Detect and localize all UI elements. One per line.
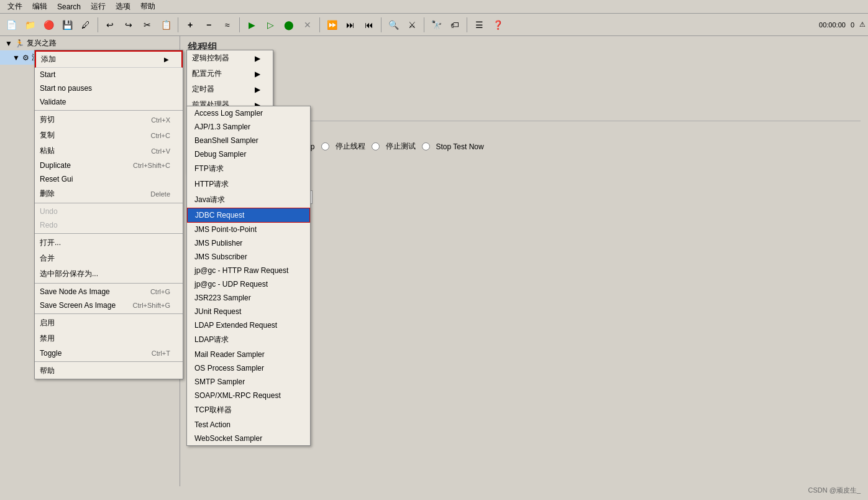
add-logic-controller[interactable]: 逻辑控制器 ▶ bbox=[187, 50, 273, 66]
sampler-jpgc-udp[interactable]: jp@gc - UDP Request bbox=[187, 277, 310, 291]
toolbar-sep1 bbox=[98, 17, 98, 32]
ctx-open[interactable]: 打开... bbox=[35, 235, 183, 251]
ctx-enable[interactable]: 启用 bbox=[35, 315, 183, 331]
ctx-copy[interactable]: 复制 Ctrl+C bbox=[35, 127, 183, 143]
sampler-tcp[interactable]: TCP取样器 bbox=[187, 402, 310, 418]
toolbar-save2[interactable]: 🖊 bbox=[77, 16, 94, 34]
toolbar-save[interactable]: 💾 bbox=[58, 16, 76, 34]
sampler-jms-p2p[interactable]: JMS Point-to-Point bbox=[187, 223, 310, 236]
toolbar-record[interactable]: ⬤ bbox=[280, 16, 298, 34]
toolbar-play-no-pause[interactable]: ▷ bbox=[262, 16, 279, 34]
toolbar-minus[interactable]: − bbox=[200, 16, 217, 34]
sampler-debug[interactable]: Debug Sampler bbox=[187, 147, 310, 161]
ctx-toggle[interactable]: Toggle Ctrl+T bbox=[35, 346, 183, 360]
sampler-os-process-label: OS Process Sampler bbox=[194, 364, 264, 373]
counter-display: 0 bbox=[851, 21, 854, 29]
toolbar-scope[interactable]: 🔭 bbox=[427, 16, 445, 34]
sampler-test-action[interactable]: Test Action bbox=[187, 418, 310, 432]
toolbar-ff2[interactable]: ⏭ bbox=[342, 16, 359, 34]
sampler-jms-pub[interactable]: JMS Publisher bbox=[187, 236, 310, 250]
toolbar-rew[interactable]: ⏮ bbox=[360, 16, 378, 34]
toolbar-tilde[interactable]: ≈ bbox=[219, 16, 236, 34]
ctx-sep1 bbox=[35, 110, 183, 111]
ctx-paste-shortcut: Ctrl+V bbox=[151, 147, 170, 155]
sampler-junit[interactable]: JUnit Request bbox=[187, 305, 310, 318]
ctx-add[interactable]: 添加 ▶ bbox=[35, 50, 183, 68]
sampler-os-process[interactable]: OS Process Sampler bbox=[187, 361, 310, 375]
sampler-jsr223[interactable]: JSR223 Sampler bbox=[187, 291, 310, 305]
sampler-jdbc[interactable]: JDBC Request bbox=[187, 208, 310, 223]
sampler-smtp-label: SMTP Sampler bbox=[194, 377, 245, 386]
toolbar-sword[interactable]: ⚔ bbox=[403, 16, 421, 34]
radio-stop-thread[interactable] bbox=[321, 142, 329, 150]
menu-search[interactable]: Search bbox=[52, 1, 86, 12]
toolbar-open[interactable]: 📁 bbox=[21, 16, 39, 34]
sampler-jms-sub[interactable]: JMS Subscriber bbox=[187, 250, 310, 264]
ctx-duplicate[interactable]: Duplicate Ctrl+Shift+C bbox=[35, 159, 183, 172]
ctx-start-no-pause[interactable]: Start no pauses bbox=[35, 81, 183, 95]
sampler-soap-label: SOAP/XML-RPC Request bbox=[194, 391, 281, 400]
toolbar-redo[interactable]: ↪ bbox=[120, 16, 137, 34]
label-stop-now: Stop Test Now bbox=[436, 142, 484, 151]
ctx-paste-label: 粘贴 bbox=[40, 146, 55, 156]
toolbar-new[interactable]: 📄 bbox=[2, 16, 20, 34]
toolbar-play[interactable]: ▶ bbox=[243, 16, 260, 34]
ctx-validate[interactable]: Validate bbox=[35, 95, 183, 109]
ctx-duplicate-label: Duplicate bbox=[40, 161, 71, 170]
add-config-element[interactable]: 配置元件 ▶ bbox=[187, 66, 273, 81]
menubar: 文件 编辑 Search 运行 选项 帮助 bbox=[0, 0, 868, 14]
toolbar-copy[interactable]: 📋 bbox=[157, 16, 175, 34]
add-timer[interactable]: 定时器 ▶ bbox=[187, 81, 273, 97]
ctx-reset-gui[interactable]: Reset Gui bbox=[35, 172, 183, 186]
menu-edit[interactable]: 编辑 bbox=[27, 0, 52, 13]
sampler-submenu: Access Log Sampler AJP/1.3 Sampler BeanS… bbox=[186, 106, 311, 446]
menu-options[interactable]: 选项 bbox=[111, 0, 135, 13]
ctx-copy-label: 复制 bbox=[40, 130, 55, 141]
toolbar-undo[interactable]: ↩ bbox=[101, 16, 119, 34]
sampler-ldap[interactable]: LDAP请求 bbox=[187, 332, 310, 348]
ctx-help[interactable]: 帮助 bbox=[35, 363, 183, 379]
toolbar-warn[interactable]: 🔴 bbox=[40, 16, 57, 34]
sampler-mail-reader[interactable]: Mail Reader Sampler bbox=[187, 348, 310, 361]
sampler-websocket-label: WebSocket Sampler bbox=[194, 434, 262, 443]
sampler-http[interactable]: HTTP请求 bbox=[187, 177, 310, 192]
toolbar-cut[interactable]: ✂ bbox=[139, 16, 156, 34]
ctx-disable[interactable]: 禁用 bbox=[35, 331, 183, 346]
ctx-save-selection[interactable]: 选中部分保存为... bbox=[35, 266, 183, 282]
toolbar-list[interactable]: ☰ bbox=[470, 16, 488, 34]
watermark: CSDN @顽皮生_ bbox=[808, 486, 861, 495]
menu-run[interactable]: 运行 bbox=[86, 0, 111, 13]
sampler-ajp[interactable]: AJP/1.3 Sampler bbox=[187, 120, 310, 134]
radio-stop-test[interactable] bbox=[372, 142, 380, 150]
toolbar-search[interactable]: 🔍 bbox=[385, 16, 402, 34]
sampler-websocket[interactable]: WebSocket Sampler bbox=[187, 432, 310, 445]
sampler-ftp[interactable]: FTP请求 bbox=[187, 161, 310, 177]
sampler-java[interactable]: Java请求 bbox=[187, 192, 310, 208]
ctx-start[interactable]: Start bbox=[35, 68, 183, 81]
ctx-save-node-image[interactable]: Save Node As Image Ctrl+G bbox=[35, 285, 183, 299]
menu-file[interactable]: 文件 bbox=[2, 0, 27, 13]
toolbar-add[interactable]: + bbox=[181, 16, 199, 34]
ctx-merge[interactable]: 合并 bbox=[35, 251, 183, 266]
toolbar-sep7 bbox=[467, 17, 467, 32]
sampler-jpgc-http[interactable]: jp@gc - HTTP Raw Request bbox=[187, 264, 310, 277]
tree-item-root[interactable]: ▼ 🏃 复兴之路 bbox=[0, 36, 180, 50]
ctx-save-node-image-label: Save Node As Image bbox=[40, 287, 110, 296]
toolbar-stop[interactable]: ✕ bbox=[299, 16, 316, 34]
ctx-paste[interactable]: 粘贴 Ctrl+V bbox=[35, 143, 183, 159]
ctx-add-label: 添加 bbox=[41, 54, 56, 65]
radio-stop-now[interactable] bbox=[422, 142, 430, 150]
sampler-soap[interactable]: SOAP/XML-RPC Request bbox=[187, 389, 310, 402]
toolbar-tag[interactable]: 🏷 bbox=[446, 16, 464, 34]
menu-help[interactable]: 帮助 bbox=[135, 0, 160, 13]
sampler-smtp[interactable]: SMTP Sampler bbox=[187, 375, 310, 389]
toolbar-helpbtn[interactable]: ❓ bbox=[489, 16, 506, 34]
sampler-access-log[interactable]: Access Log Sampler bbox=[187, 106, 310, 120]
ctx-delete[interactable]: 删除 Delete bbox=[35, 186, 183, 201]
sampler-ldap-ext[interactable]: LDAP Extended Request bbox=[187, 318, 310, 332]
ctx-save-screen-image[interactable]: Save Screen As Image Ctrl+Shift+G bbox=[35, 299, 183, 312]
ctx-cut-shortcut: Ctrl+X bbox=[151, 116, 170, 124]
ctx-cut[interactable]: 剪切 Ctrl+X bbox=[35, 112, 183, 127]
sampler-beanshell[interactable]: BeanShell Sampler bbox=[187, 134, 310, 147]
toolbar-ff[interactable]: ⏩ bbox=[323, 16, 340, 34]
